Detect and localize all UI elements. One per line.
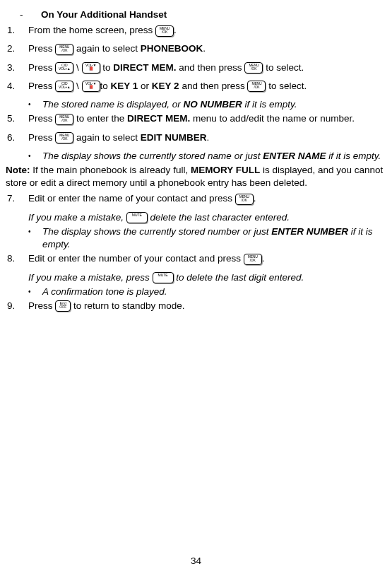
page-number: 34 <box>0 555 392 568</box>
step-7: 7. Edit or enter the name of your contac… <box>6 192 386 208</box>
note-label: Note: <box>6 165 30 175</box>
step-num: 9. <box>6 300 28 312</box>
step-num: 5. <box>6 112 28 125</box>
bold-text: DIRECT MEM. <box>127 113 190 124</box>
text: to <box>100 62 114 73</box>
header-title: On Your Additional Handset <box>41 8 167 21</box>
step-5: 5. Press to enter the DIRECT MEM. menu t… <box>6 112 386 128</box>
step-num: 6. <box>6 131 28 144</box>
italic-text: delete the last character entered. <box>148 212 290 223</box>
italic-text: to delete the last digit entered. <box>174 272 304 283</box>
text: and then press <box>179 81 248 91</box>
step-4: 4. Press \ to KEY 1 or KEY 2 and then pr… <box>6 80 386 95</box>
text: to select. <box>266 81 307 91</box>
step-8-sub: • A confirmation tone is played. <box>6 286 386 298</box>
text: Press <box>28 132 55 143</box>
menu-ok-key-icon <box>235 194 254 205</box>
text: Press <box>28 62 55 73</box>
bold-text: EDIT NUMBER <box>141 132 207 143</box>
italic-text: The display shows the currently stored n… <box>42 226 271 237</box>
step-body: Press to enter the DIRECT MEM. menu to a… <box>28 112 386 128</box>
sub-body: The display shows the currently stored n… <box>42 150 386 163</box>
step-6-sub: • The display shows the currently stored… <box>6 150 386 163</box>
step-1: 1. From the home screen, press . <box>6 24 386 40</box>
text: or <box>138 81 152 91</box>
mute-key-icon <box>126 212 148 223</box>
text: menu to add/edit the name or number. <box>190 113 355 124</box>
italic-text: If you make a mistake, press <box>28 272 153 283</box>
note: Note: If the main phonebook is already f… <box>6 164 386 189</box>
text: . <box>203 43 206 54</box>
step-3: 3. Press \ to DIRECT MEM. and then press… <box>6 61 386 77</box>
step-7-mistake: If you make a mistake, delete the last c… <box>6 211 386 224</box>
italic-text: The display shows the currently stored n… <box>42 151 263 161</box>
bullet-icon: • <box>28 225 42 237</box>
vol-up-key-icon <box>55 62 73 74</box>
step-body: Press again to select PHONEBOOK. <box>28 42 386 58</box>
step-num: 2. <box>6 42 28 55</box>
step-7-sub: • The display shows the currently stored… <box>6 225 386 251</box>
text: . <box>254 193 256 204</box>
text: to return to standby mode. <box>71 300 184 311</box>
text: to select. <box>263 62 304 73</box>
step-8: 8. Edit or enter the number of your cont… <box>6 252 386 268</box>
step-num: 3. <box>6 61 28 74</box>
step-body: Edit or enter the name of your contact a… <box>28 192 386 208</box>
sub-body: A confirmation tone is played. <box>42 286 386 298</box>
bold-text: DIRECT MEM. <box>113 62 176 73</box>
menu-ok-key-icon <box>55 114 73 125</box>
mute-key-icon <box>153 272 174 283</box>
text: and then press <box>177 62 245 73</box>
bold-text: KEY 2 <box>152 81 179 91</box>
italic-text: if it is empty. <box>242 99 297 110</box>
bullet-icon: • <box>28 98 42 110</box>
text: to enter the <box>73 113 127 124</box>
italic-text: If you make a mistake, <box>28 212 126 223</box>
text: Edit or enter the name of your contact a… <box>28 193 235 204</box>
text: . <box>207 132 210 143</box>
text: Edit or enter the number of your contact… <box>28 253 244 264</box>
vol-up-key-icon <box>55 81 73 92</box>
text: \ <box>73 62 81 73</box>
bold-text: KEY 1 <box>111 81 138 91</box>
bold-italic-text: ENTER NUMBER <box>271 226 348 237</box>
vol-down-key-icon <box>82 62 100 74</box>
italic-text: The stored name is displayed, or <box>42 99 184 110</box>
text: again to select <box>73 132 141 143</box>
header-dash: - <box>20 8 41 21</box>
bold-italic-text: ENTER NAME <box>263 151 326 161</box>
step-num: 1. <box>6 24 28 37</box>
menu-ok-key-icon <box>55 44 73 55</box>
step-2: 2. Press again to select PHONEBOOK. <box>6 42 386 58</box>
text: From the home screen, press <box>28 25 155 35</box>
bullet-icon: • <box>28 286 42 297</box>
italic-text: if it is empty. <box>326 151 381 161</box>
bold-italic-text: NO NUMBER <box>184 99 242 110</box>
step-body: From the home screen, press . <box>28 24 386 40</box>
text: Press <box>28 81 55 91</box>
step-body: Press \ to KEY 1 or KEY 2 and then press… <box>28 80 386 95</box>
step-num: 4. <box>6 80 28 93</box>
italic-text: A confirmation tone is played. <box>42 286 167 297</box>
text: \ <box>73 81 81 91</box>
step-4-sub: • The stored name is displayed, or NO NU… <box>6 98 386 111</box>
step-8-mistake: If you make a mistake, press to delete t… <box>6 271 386 284</box>
text: Press <box>28 43 55 54</box>
text: . <box>174 25 177 35</box>
text: again to select <box>73 43 141 54</box>
step-body: Press \ to DIRECT MEM. and then press to… <box>28 61 386 77</box>
end-off-key-icon <box>55 300 71 312</box>
bold-text: PHONEBOOK <box>141 43 203 54</box>
menu-ok-key-icon <box>247 81 266 92</box>
text: Press <box>28 113 55 124</box>
section-header: - On Your Additional Handset <box>6 8 386 21</box>
menu-ok-key-icon <box>55 132 73 143</box>
step-body: Press again to select EDIT NUMBER. <box>28 131 386 147</box>
step-body: Press to return to standby mode. <box>28 300 386 315</box>
step-num: 7. <box>6 192 28 205</box>
sub-body: The stored name is displayed, or NO NUMB… <box>42 98 386 111</box>
menu-ok-key-icon <box>155 25 174 37</box>
step-9: 9. Press to return to standby mode. <box>6 300 386 315</box>
text: Press <box>28 300 55 311</box>
step-num: 8. <box>6 252 28 265</box>
